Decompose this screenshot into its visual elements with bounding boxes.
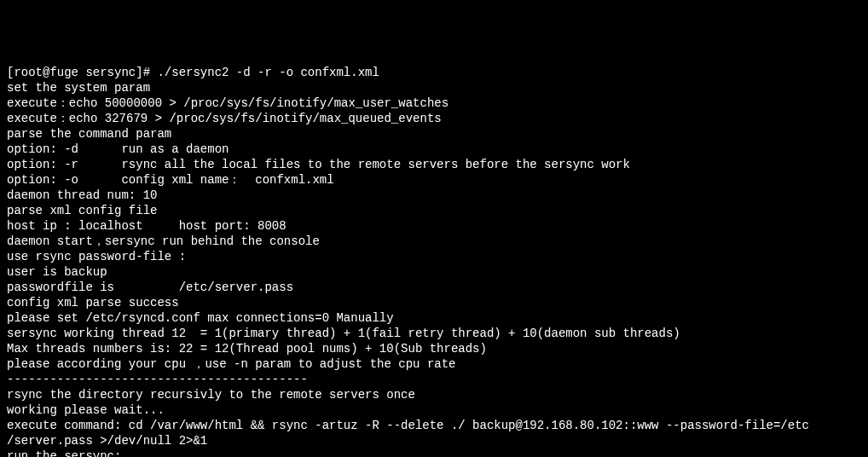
output-line: daemon thread num: 10 — [7, 188, 861, 203]
output-line: execute command: cd /var/www/html && rsy… — [7, 418, 861, 433]
command-line: [root@fuge sersync]# ./sersync2 -d -r -o… — [7, 65, 861, 80]
output-line: rsync the directory recursivly to the re… — [7, 387, 861, 402]
output-line: use rsync password-file : — [7, 249, 861, 264]
output-line: run the sersync: — [7, 448, 861, 457]
output-line: option: -r rsync all the local files to … — [7, 157, 861, 172]
output-line: option: -d run as a daemon — [7, 142, 861, 157]
output-line: parse xml config file — [7, 203, 861, 218]
typed-command: ./sersync2 -d -r -o confxml.xml — [157, 66, 379, 79]
output-line: option: -o config xml name： confxml.xml — [7, 172, 861, 188]
shell-prompt: [root@fuge sersync]# — [7, 66, 157, 79]
output-line: /server.pass >/dev/null 2>&1 — [7, 433, 861, 448]
output-line: execute：echo 50000000 > /proc/sys/fs/ino… — [7, 95, 861, 111]
output-line: parse the command param — [7, 126, 861, 142]
output-line: set the system param — [7, 80, 861, 95]
output-line: execute：echo 327679 > /proc/sys/fs/inoti… — [7, 111, 861, 126]
output-line: daemon start，sersync run behind the cons… — [7, 234, 861, 249]
output-line: user is backup — [7, 264, 861, 280]
output-line: Max threads numbers is: 22 = 12(Thread p… — [7, 341, 861, 356]
output-line: working please wait... — [7, 402, 861, 418]
terminal-window[interactable]: [root@fuge sersync]# ./sersync2 -d -r -o… — [7, 65, 861, 457]
output-line: ----------------------------------------… — [7, 372, 861, 387]
output-line: host ip : localhost host port: 8008 — [7, 218, 861, 234]
output-line: passwordfile is /etc/server.pass — [7, 280, 861, 295]
output-line: config xml parse success — [7, 295, 861, 310]
output-line: please according your cpu ，use -n param … — [7, 356, 861, 372]
output-line: sersync working thread 12 = 1(primary th… — [7, 326, 861, 341]
output-line: please set /etc/rsyncd.conf max connecti… — [7, 310, 861, 326]
